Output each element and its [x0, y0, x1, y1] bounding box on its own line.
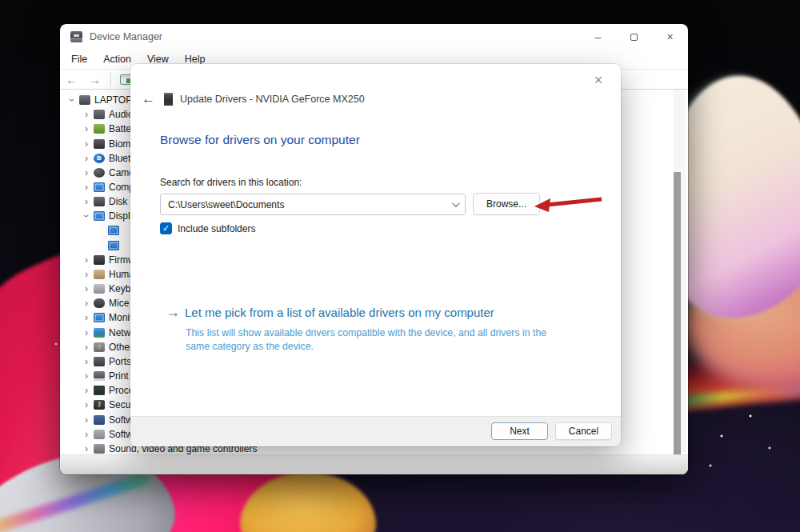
- forward-arrow-icon[interactable]: →: [83, 73, 106, 86]
- chevron-right-icon[interactable]: ›: [81, 312, 92, 323]
- dialog-title: Update Drivers - NVIDIA GeForce MX250: [180, 94, 365, 105]
- device-manager-icon: [70, 31, 82, 42]
- keyboard-icon: [94, 284, 105, 294]
- dialog-heading: Browse for drivers on your computer: [160, 133, 360, 147]
- dialog-back-button[interactable]: ←: [142, 91, 161, 107]
- firmware-icon: [94, 255, 105, 265]
- battery-icon: [94, 124, 105, 134]
- chevron-right-icon[interactable]: ›: [81, 138, 92, 150]
- title-bar[interactable]: Device Manager – ×: [60, 24, 688, 50]
- search-location-label: Search for drivers in this location:: [160, 177, 302, 188]
- back-arrow-icon[interactable]: ←: [60, 73, 83, 86]
- scrollbar-thumb[interactable]: [674, 172, 681, 470]
- sound-icon: [94, 444, 105, 454]
- chevron-right-icon[interactable]: ›: [81, 298, 92, 309]
- chevron-down-icon[interactable]: ›: [66, 94, 78, 106]
- software-components-icon: [94, 415, 105, 425]
- disk-icon: [94, 197, 105, 206]
- close-button[interactable]: ×: [652, 24, 688, 50]
- dialog-header: ← Update Drivers - NVIDIA GeForce MX250: [142, 91, 365, 107]
- laptop-icon: [79, 95, 90, 105]
- include-subfolders-label: Include subfolders: [178, 223, 255, 234]
- biometric-icon: [94, 139, 105, 149]
- browse-button[interactable]: Browse...: [473, 193, 540, 215]
- chevron-right-icon[interactable]: ›: [81, 429, 92, 440]
- display-icon: [94, 211, 105, 221]
- display-icon: [108, 241, 119, 250]
- chevron-right-icon[interactable]: ›: [81, 153, 92, 164]
- dialog-footer: Next Cancel: [130, 416, 621, 446]
- software-devices-icon: [94, 430, 105, 439]
- security-icon: ⚷: [94, 400, 105, 410]
- let-me-pick-link[interactable]: Let me pick from a list of available dri…: [185, 306, 494, 319]
- chevron-right-icon[interactable]: ›: [81, 109, 92, 120]
- chevron-right-icon[interactable]: ›: [81, 196, 92, 207]
- hid-icon: [94, 270, 105, 279]
- chevron-right-icon[interactable]: ›: [81, 342, 92, 353]
- other-devices-icon: ?: [94, 342, 105, 352]
- chevron-right-icon[interactable]: ›: [81, 443, 92, 454]
- driver-path-value: C:\Users\sweet\Documents: [168, 199, 452, 210]
- computer-icon: [94, 182, 105, 192]
- tree-scrollbar[interactable]: [674, 90, 686, 452]
- driver-path-combobox[interactable]: C:\Users\sweet\Documents: [160, 194, 466, 215]
- window-title: Device Manager: [90, 31, 162, 42]
- processor-icon: [94, 386, 105, 395]
- include-subfolders-checkbox[interactable]: ✓: [160, 222, 172, 234]
- chevron-right-icon[interactable]: ›: [81, 356, 92, 367]
- toolbar-separator: [110, 72, 111, 86]
- next-button[interactable]: Next: [491, 422, 548, 440]
- chevron-right-icon[interactable]: ›: [81, 269, 92, 280]
- chevron-right-icon[interactable]: ›: [81, 182, 92, 193]
- window-bottom-strip: [60, 454, 688, 474]
- display-icon: [108, 226, 119, 235]
- network-icon: [94, 328, 105, 338]
- tree-item-label: LAPTOP: [94, 94, 132, 106]
- chevron-right-icon[interactable]: ›: [81, 327, 92, 338]
- chevron-right-icon[interactable]: ›: [81, 385, 92, 396]
- camera-icon: [94, 168, 105, 178]
- printer-icon: [94, 371, 105, 381]
- chevron-right-icon[interactable]: ›: [81, 414, 92, 426]
- minimize-button[interactable]: –: [580, 24, 616, 50]
- include-subfolders-row: ✓ Include subfolders: [160, 222, 255, 234]
- bluetooth-icon: B: [94, 154, 105, 163]
- chevron-down-icon[interactable]: ›: [81, 210, 92, 222]
- audio-icon: [94, 110, 105, 119]
- menu-file[interactable]: File: [63, 51, 95, 67]
- chevron-right-icon[interactable]: ›: [81, 254, 92, 266]
- dialog-close-button[interactable]: ×: [587, 69, 610, 91]
- update-drivers-dialog: × ← Update Drivers - NVIDIA GeForce MX25…: [130, 64, 621, 446]
- chevron-right-icon[interactable]: ›: [81, 370, 92, 382]
- cancel-button[interactable]: Cancel: [555, 422, 612, 440]
- right-arrow-icon: →: [166, 304, 180, 321]
- chevron-down-icon[interactable]: [452, 199, 460, 207]
- let-me-pick-description: This list will show available drivers co…: [186, 326, 570, 353]
- chevron-right-icon[interactable]: ›: [81, 399, 92, 410]
- monitor-icon: [94, 313, 105, 322]
- maximize-button[interactable]: [616, 24, 652, 50]
- driver-device-icon: [164, 93, 173, 106]
- maximize-icon: [630, 34, 638, 41]
- mouse-icon: [94, 298, 105, 308]
- chevron-right-icon[interactable]: ›: [81, 123, 92, 134]
- chevron-right-icon[interactable]: ›: [81, 283, 92, 294]
- ports-icon: [94, 357, 105, 366]
- chevron-right-icon[interactable]: ›: [81, 167, 92, 178]
